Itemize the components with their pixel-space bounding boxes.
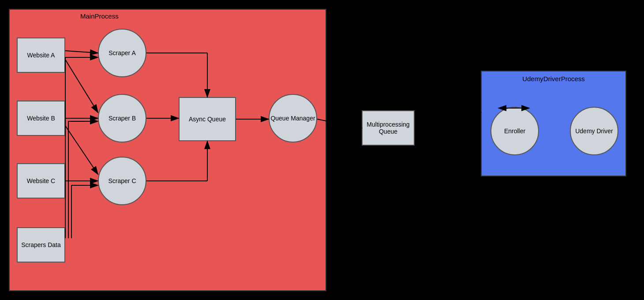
async-queue-box: Async Queue (179, 97, 236, 141)
scraper-c-circle: Scraper C (98, 157, 146, 205)
udemy-process-label: UdemyDriverProcess (522, 75, 585, 82)
website-a-box: Website A (17, 38, 65, 73)
udemy-process-box: UdemyDriverProcess Enroller Udemy Driver (481, 71, 626, 176)
mp-queue-box: Multiprocessing Queue (362, 110, 415, 146)
scrapers-data-box: Scrapers Data (17, 227, 65, 262)
website-c-box: Website C (17, 163, 65, 199)
queue-manager-circle: Queue Manager (269, 94, 317, 142)
canvas: MainProcess Website A Website B Website … (0, 0, 644, 300)
scraper-a-circle: Scraper A (98, 29, 146, 77)
enroller-circle: Enroller (490, 107, 539, 155)
udemy-driver-circle: Udemy Driver (570, 107, 618, 155)
svg-marker-0 (0, 0, 4, 3)
svg-marker-1 (0, 0, 4, 3)
scraper-b-circle: Scraper B (98, 94, 146, 142)
main-process-label: MainProcess (80, 12, 119, 20)
svg-line-20 (415, 112, 481, 128)
website-b-box: Website B (17, 101, 65, 136)
